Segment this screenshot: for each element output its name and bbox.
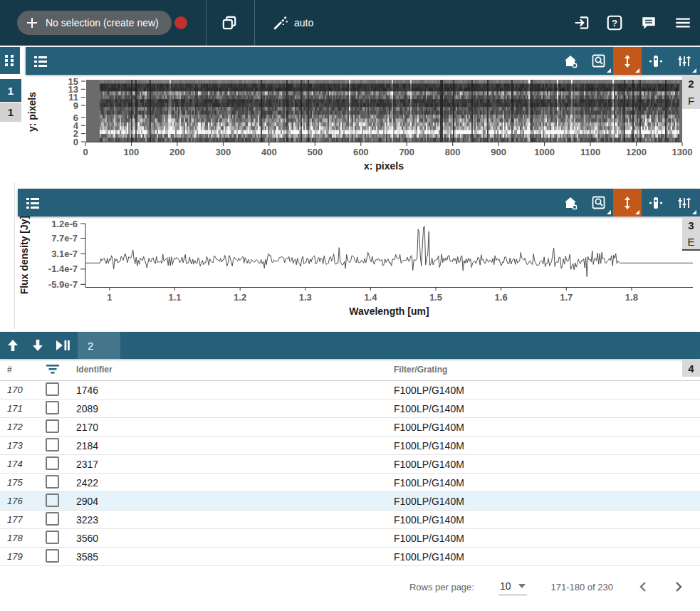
row-down-icon[interactable]	[25, 332, 50, 359]
magic-wand-icon[interactable]	[272, 14, 289, 31]
viewer2-letter-tab[interactable]: E	[682, 234, 700, 251]
panel-splitter[interactable]	[14, 182, 15, 329]
table-row[interactable]: 1712089F100LP/G140M	[0, 400, 700, 418]
svg-text:400: 400	[261, 147, 277, 157]
svg-text:1.7: 1.7	[560, 292, 573, 303]
table-row[interactable]: 1762904F100LP/G140M	[0, 492, 700, 511]
pagination-range: 171-180 of 230	[551, 582, 613, 592]
hamburger-menu-icon[interactable]	[674, 14, 691, 31]
duplicate-viewer-icon[interactable]	[221, 14, 238, 31]
row-filter-grating: F100LP/G140M	[394, 459, 700, 470]
rows-per-page-select[interactable]: 10	[498, 579, 527, 595]
home-reset-limits-icon[interactable]	[556, 47, 585, 75]
play-pause-icon[interactable]	[50, 332, 75, 359]
row-index: 171	[7, 403, 46, 414]
viewer-1d-spectrum: 11.11.21.31.41.51.61.71.81.2e-67.7e-73.1…	[18, 189, 700, 324]
row-index: 178	[7, 533, 46, 543]
help-icon[interactable]: ?	[606, 14, 623, 31]
feedback-comment-icon[interactable]	[640, 14, 657, 31]
slice-profile-icon[interactable]	[642, 47, 670, 75]
svg-text:1.6: 1.6	[495, 292, 508, 303]
svg-text:1000: 1000	[534, 147, 555, 157]
next-page-icon[interactable]	[670, 578, 687, 595]
viewer1-toolbar	[26, 47, 700, 75]
table-row[interactable]: 1732184F100LP/G140M	[0, 437, 700, 455]
svg-text:0: 0	[73, 137, 78, 147]
row-filter-grating: F100LP/G140M	[394, 422, 700, 433]
table-row[interactable]: 1793585F100LP/G140M	[0, 548, 700, 566]
export-icon[interactable]	[573, 14, 590, 31]
svg-text:100: 100	[124, 147, 140, 157]
viewer1-tool-group	[556, 47, 699, 75]
row-checkbox[interactable]	[46, 438, 59, 451]
row-index: 175	[7, 477, 46, 488]
table-row[interactable]: 1752422F100LP/G140M	[0, 474, 700, 492]
previous-page-icon[interactable]	[634, 578, 652, 595]
row-identifier: 2904	[76, 496, 394, 507]
pan-zoom-y-icon[interactable]	[613, 189, 642, 216]
slice-profile-icon[interactable]	[642, 189, 670, 216]
subset-color-swatch[interactable]	[174, 16, 187, 29]
table-toolbar	[0, 332, 700, 359]
filter-rows-icon[interactable]	[46, 363, 76, 377]
row-checkbox[interactable]	[46, 456, 59, 470]
row-checkbox[interactable]	[46, 382, 59, 396]
row-index: 179	[7, 551, 46, 562]
row-filter-grating: F100LP/G140M	[394, 403, 700, 414]
top-app-bar: No selection (create new) auto	[0, 0, 700, 46]
rows-per-page-value: 10	[500, 580, 511, 592]
header-identifier[interactable]: Identifier	[76, 365, 394, 375]
row-up-icon[interactable]	[0, 332, 25, 359]
pan-zoom-y-icon[interactable]	[613, 47, 642, 75]
row-identifier: 1746	[76, 385, 394, 396]
table-row[interactable]: 1701746F100LP/G140M	[0, 381, 700, 400]
table-row[interactable]: 1773223F100LP/G140M	[0, 511, 700, 529]
auto-link-label[interactable]: auto	[294, 17, 313, 28]
svg-text:9: 9	[73, 100, 78, 111]
row-checkbox[interactable]	[46, 512, 59, 526]
header-filter-grating[interactable]: Filter/Grating	[394, 365, 700, 375]
row-checkbox[interactable]	[46, 531, 59, 544]
viewer1-number-badge[interactable]: 2	[682, 75, 700, 92]
jdaviz-app: No selection (create new) auto	[0, 0, 700, 611]
spectrum-2d-plot-canvas[interactable]: 0100200300400500600700800900100011001200…	[26, 75, 700, 182]
table-row[interactable]: 1742317F100LP/G140M	[0, 455, 700, 474]
table-row[interactable]: 1783560F100LP/G140M	[0, 529, 700, 548]
svg-text:1.1: 1.1	[168, 292, 181, 303]
viewer-tab-1-inactive[interactable]: 1	[0, 103, 21, 122]
viewer1-data-menu-icon[interactable]	[26, 47, 55, 75]
svg-text:3.1e-7: 3.1e-7	[51, 249, 78, 259]
play-delay-input[interactable]	[78, 332, 120, 359]
table-number-badge[interactable]: 4	[682, 360, 700, 377]
row-filter-grating: F100LP/G140M	[394, 514, 700, 526]
viewer-tab-1-active[interactable]: 1	[0, 79, 21, 102]
row-checkbox[interactable]	[46, 475, 59, 489]
svg-text:y: pixels: y: pixels	[26, 92, 38, 132]
row-checkbox[interactable]	[46, 494, 59, 507]
subset-selector-button[interactable]: No selection (create new)	[17, 11, 172, 35]
home-reset-limits-icon[interactable]	[556, 189, 585, 216]
box-zoom-icon[interactable]	[585, 189, 613, 216]
viewer1-letter-tab[interactable]: F	[682, 92, 700, 109]
row-checkbox[interactable]	[46, 401, 59, 414]
svg-text:1.2: 1.2	[234, 292, 246, 303]
row-identifier: 3585	[76, 551, 394, 563]
viewer2-number-badge[interactable]: 3	[682, 216, 700, 234]
plot-options-sliders-icon[interactable]	[670, 47, 699, 75]
row-index: 170	[7, 385, 46, 395]
row-checkbox[interactable]	[46, 419, 59, 433]
row-identifier: 3223	[76, 514, 394, 526]
viewer-area-grid-icon[interactable]	[0, 47, 20, 74]
svg-text:-1.4e-7: -1.4e-7	[48, 263, 78, 274]
svg-text:300: 300	[216, 147, 231, 157]
box-zoom-icon[interactable]	[585, 47, 613, 75]
row-checkbox[interactable]	[46, 549, 59, 563]
spectrum-1d-plot-canvas[interactable]: 11.11.21.31.41.51.61.71.81.2e-67.7e-73.1…	[18, 216, 700, 324]
svg-text:1.4: 1.4	[364, 292, 377, 303]
table-pagination: Rows per page: 10 171-180 of 230	[0, 578, 687, 595]
viewer2-data-menu-icon[interactable]	[18, 189, 47, 216]
svg-text:200: 200	[169, 147, 185, 157]
caret-down-icon	[518, 584, 526, 588]
plot-options-sliders-icon[interactable]	[670, 189, 699, 216]
table-row[interactable]: 1722170F100LP/G140M	[0, 418, 700, 437]
